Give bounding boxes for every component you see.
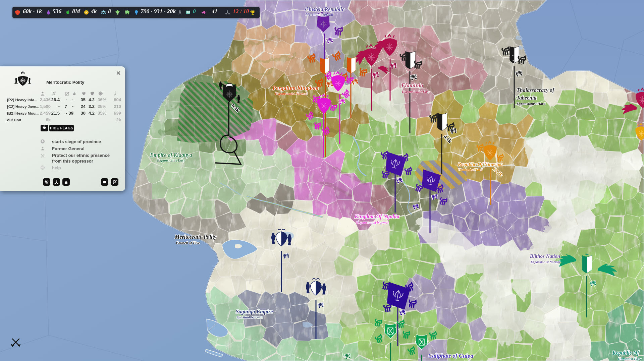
svg-text:Expansionist Easy: Expansionist Easy [401,89,430,94]
svg-text:Meritocratic Polity: Meritocratic Polity [174,234,217,240]
svg-text:Cinsteia Republic: Cinsteia Republic [305,6,344,12]
svg-text:Pergalum Kingdom: Pergalum Kingdom [272,85,318,91]
svg-text:Humanist Hard: Humanist Hard [458,168,482,172]
svg-text:Expansionist Hard: Expansionist Hard [516,102,545,106]
svg-text:Kingdom Of Ngobia: Kingdom Of Ngobia [354,214,399,220]
svg-text:Flaminia: Flaminia [401,82,423,88]
svg-text:Empire of Kiaguya: Empire of Kiaguya [150,152,192,158]
svg-text:Expansionist Normal: Expansionist Normal [356,220,389,224]
svg-text:Expansionist Easy: Expansionist Easy [157,158,185,162]
svg-text:Saganqa Empire: Saganqa Empire [236,309,273,315]
svg-text:Thalassocracy of: Thalassocracy of [517,87,555,93]
svg-text:Expansionist Normal: Expansionist Normal [530,260,560,264]
svg-text:Merchant Normal: Merchant Normal [305,12,333,16]
svg-text:Republic Of: Republic Of [612,350,639,356]
svg-text:Humanist Easy: Humanist Easy [618,357,641,361]
svg-text:Republic Of Ninevipa: Republic Of Ninevipa [458,162,503,167]
svg-text:Expansionist Normal: Expansionist Normal [275,92,308,96]
svg-text:Council of Five: Council of Five [176,241,200,245]
svg-text:Caliphate of Guipa: Caliphate of Guipa [428,353,474,359]
svg-text:Spiritual Normal: Spiritual Normal [236,315,263,319]
svg-text:Blithos Nation: Blithos Nation [530,253,560,259]
svg-text:Jabeenia: Jabeenia [516,95,537,101]
